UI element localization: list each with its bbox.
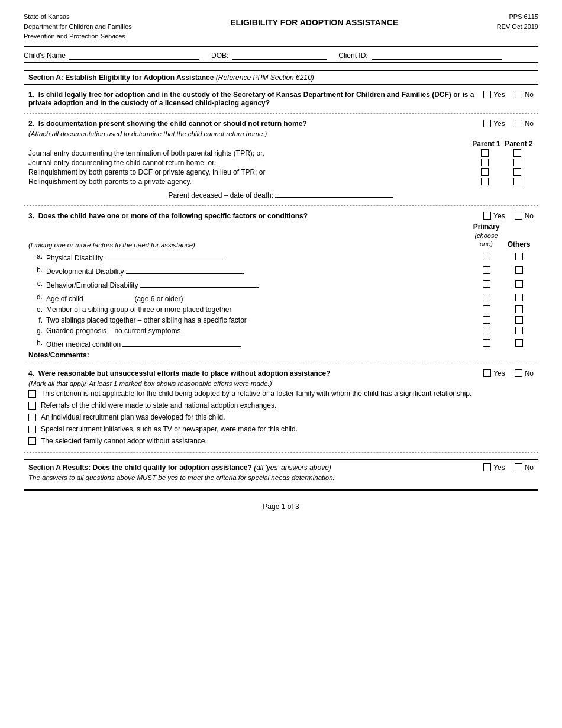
results-no-checkbox[interactable] — [515, 463, 522, 471]
q4-no[interactable]: No — [515, 369, 534, 378]
agency-info: State of Kansas Department for Children … — [24, 12, 132, 41]
tpr4-p2-checkbox[interactable] — [513, 178, 521, 185]
child-name-label: Child's Name — [24, 51, 66, 60]
results-yes[interactable]: Yes — [483, 463, 505, 472]
question-2-row: 2. Is documentation present showing the … — [28, 120, 534, 128]
q4-item5-checkbox[interactable] — [28, 437, 36, 445]
agency-line1: State of Kansas — [24, 12, 132, 22]
q2-no-checkbox[interactable] — [515, 120, 522, 127]
q1-yes-checkbox[interactable] — [483, 91, 491, 98]
tpr-item-3: Relinquishment by both parents to DCF or… — [28, 168, 534, 176]
question-3-row: 3. Does the child have one or more of th… — [28, 212, 534, 220]
q1-no[interactable]: No — [515, 91, 534, 99]
q4-yes[interactable]: Yes — [483, 369, 505, 378]
tpr3-p1-checkbox[interactable] — [481, 168, 489, 176]
agency-line2: Department for Children and Families — [24, 22, 132, 32]
factor-d-primary-checkbox[interactable] — [483, 294, 490, 301]
section-q3-body: 3. Does the child have one or more of th… — [24, 206, 538, 363]
q4-no-checkbox[interactable] — [515, 369, 522, 377]
factor-g-row: g. Guarded prognosis – no current sympto… — [28, 327, 534, 335]
section-a-header: Section A: Establish Eligibility for Ado… — [24, 70, 538, 85]
agency-line3: Prevention and Protection Services — [24, 31, 132, 41]
factor-e-others-checkbox[interactable] — [515, 305, 523, 313]
tpr3-p2-checkbox[interactable] — [513, 168, 521, 176]
q3-yes[interactable]: Yes — [483, 212, 505, 220]
factor-f-primary-checkbox[interactable] — [483, 316, 490, 324]
factor-f-row: f. Two siblings placed together – other … — [28, 316, 534, 324]
factor-b-primary-checkbox[interactable] — [483, 266, 490, 274]
q2-italic-note: (Attach all documentation used to determ… — [28, 130, 534, 137]
factor-c-others-checkbox[interactable] — [515, 280, 523, 288]
q4-item2-checkbox[interactable] — [28, 402, 36, 410]
tpr1-p2-checkbox[interactable] — [513, 149, 521, 157]
factor-g-others-checkbox[interactable] — [515, 327, 523, 334]
q1-no-checkbox[interactable] — [515, 91, 522, 98]
dob-input[interactable] — [232, 50, 327, 60]
factor-c-field[interactable] — [140, 278, 259, 288]
factor-a-others-checkbox[interactable] — [515, 253, 523, 260]
q3-no-checkbox[interactable] — [515, 212, 522, 220]
factor-h-others-checkbox[interactable] — [515, 339, 523, 347]
parent-deceased-date[interactable] — [275, 188, 393, 198]
factor-e-primary-checkbox[interactable] — [483, 305, 490, 313]
q2-yes-checkbox[interactable] — [483, 120, 491, 127]
factor-h-field[interactable] — [122, 337, 241, 347]
q4-item4-checkbox[interactable] — [28, 426, 36, 433]
section-q2-body: 2. Is documentation present showing the … — [24, 114, 538, 206]
question-3-text: 3. Does the child have one or more of th… — [28, 212, 477, 220]
tpr-item-4: Relinquishment by both parents to a priv… — [28, 178, 534, 186]
factor-a-row: a. Physical Disability — [28, 251, 534, 262]
rev-date: REV Oct 2019 — [497, 22, 538, 32]
q2-yes[interactable]: Yes — [483, 120, 505, 128]
page-number: Page 1 of 3 — [263, 502, 299, 511]
results-no[interactable]: No — [515, 463, 534, 472]
question-1-text: 1. Is child legally free for adoption an… — [28, 91, 477, 107]
q3-yes-checkbox[interactable] — [483, 212, 491, 220]
tpr1-p1-checkbox[interactable] — [481, 149, 489, 157]
q2-no[interactable]: No — [515, 120, 534, 128]
q4-yes-checkbox[interactable] — [483, 369, 491, 377]
factor-f-others-checkbox[interactable] — [515, 316, 523, 324]
q4-item3-checkbox[interactable] — [28, 414, 36, 421]
q1-yes[interactable]: Yes — [483, 91, 505, 99]
question-4-text: 4. Were reasonable but unsuccessful effo… — [28, 369, 477, 378]
form-title: ELIGIBILITY FOR ADOPTION ASSISTANCE — [132, 12, 497, 27]
results-text: Section A Results: Does the child qualif… — [28, 463, 477, 472]
factor-h-primary-checkbox[interactable] — [483, 339, 490, 347]
tpr4-p1-checkbox[interactable] — [481, 178, 489, 185]
results-yes-checkbox[interactable] — [483, 463, 491, 471]
results-yes-no: Yes No — [483, 463, 534, 472]
q4-item1-checkbox[interactable] — [28, 390, 36, 398]
form-number: PPS 6115 — [497, 12, 538, 22]
section-a-results: Section A Results: Does the child qualif… — [24, 459, 538, 487]
factor-col-labels: (Linking one or more factors to the need… — [28, 223, 534, 249]
parent-deceased-row: Parent deceased – date of death: — [28, 188, 534, 199]
parent1-col-header: Parent 1 — [469, 140, 504, 148]
section-q4-body: 4. Were reasonable but unsuccessful effo… — [24, 363, 538, 453]
factor-a-field[interactable] — [105, 251, 223, 260]
q4-item-3: An individual recruitment plan was devel… — [28, 413, 534, 421]
question-3-yes-no: Yes No — [483, 212, 534, 220]
client-id-input[interactable] — [372, 50, 502, 60]
factor-b-field[interactable] — [126, 265, 244, 274]
factor-g-primary-checkbox[interactable] — [483, 327, 490, 334]
child-info-row: Child's Name DOB: Client ID: — [24, 50, 538, 63]
q3-no[interactable]: No — [515, 212, 534, 220]
parent2-col-header: Parent 2 — [504, 140, 534, 148]
client-id-field: Client ID: — [338, 50, 501, 60]
q4-item-4: Special recruitment initiatives, such as… — [28, 425, 534, 433]
factor-b-others-checkbox[interactable] — [515, 266, 523, 274]
factor-a-primary-checkbox[interactable] — [483, 253, 490, 260]
q4-item-2: Referrals of the child were made to stat… — [28, 401, 534, 410]
factor-c-primary-checkbox[interactable] — [483, 280, 490, 288]
others-col-label: Others — [504, 240, 534, 249]
child-name-input[interactable] — [69, 50, 199, 60]
factor-d-others-checkbox[interactable] — [515, 294, 523, 301]
question-1-yes-no: Yes No — [483, 91, 534, 99]
tpr2-p2-checkbox[interactable] — [513, 159, 521, 166]
factor-c-row: c. Behavior/Emotional Disability — [28, 278, 534, 289]
tpr2-p1-checkbox[interactable] — [481, 159, 489, 166]
factor-d-age-field[interactable] — [85, 292, 133, 301]
primary-col-label: Primary (choose one) — [469, 223, 504, 249]
factor-h-row: h. Other medical condition — [28, 337, 534, 349]
